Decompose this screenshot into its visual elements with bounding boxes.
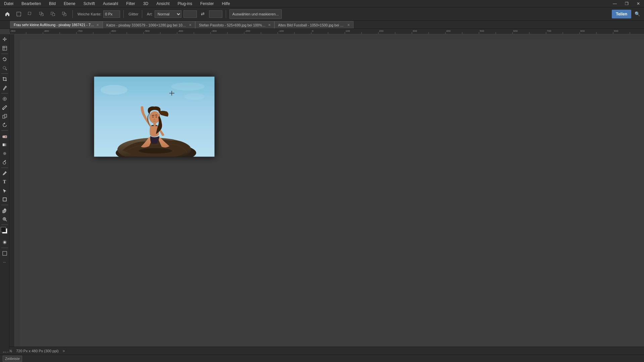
lasso-tool[interactable] [1,55,9,63]
eraser-tool[interactable] [1,132,9,140]
menu-auswahl[interactable]: Auswahl [102,1,119,7]
path-select-tool[interactable] [1,187,9,195]
svg-rect-92 [3,251,7,255]
svg-text:-700: -700 [77,29,83,33]
menu-hilfe[interactable]: Hilfe [221,1,231,7]
tool-sep-1 [1,54,8,54]
menu-filter[interactable]: Filter [125,1,137,7]
history-brush-tool[interactable] [1,121,9,129]
tab-0[interactable]: Frau sehr kleine Auflösung - pixabay 186… [10,21,103,28]
home-button[interactable] [3,9,12,19]
dodge-tool[interactable] [1,158,9,166]
gradient-tool[interactable] [1,141,9,149]
tab-1-close[interactable]: ✕ [189,23,192,27]
select-mask-button[interactable]: Auswählen und maskieren... [229,9,282,19]
canvas-area[interactable] [20,40,644,347]
svg-text:100: 100 [345,29,350,33]
add-selection-btn[interactable] [37,9,46,19]
svg-point-103 [139,148,172,154]
screen-mode-tool[interactable] [1,249,9,257]
blur-tool[interactable] [1,149,9,158]
eyedropper-tool[interactable] [1,84,9,92]
svg-text:600: 600 [513,29,518,33]
svg-rect-1 [28,12,31,15]
text-tool[interactable]: T [1,178,9,186]
svg-rect-0 [17,12,21,16]
svg-text:-400: -400 [178,29,183,33]
svg-rect-68 [9,34,15,347]
tab-2-close[interactable]: ✕ [268,23,271,27]
dimensions-text: 720 Px x 480 Px (300 ppi) [16,349,59,353]
color-swatches[interactable] [1,227,9,235]
art-label: Art: [147,12,153,16]
window-restore[interactable]: ❐ [624,1,630,7]
swap-btn[interactable]: ⇄ [199,10,207,18]
quick-selection-tool[interactable] [1,64,9,72]
tab-1[interactable]: Katze - pixabay 3336579 - 1066×1280.jpg … [103,21,195,28]
svg-point-101 [152,116,154,118]
menu-plugins[interactable]: Plug-ins [176,1,194,7]
clone-tool[interactable] [1,112,9,120]
menu-3d[interactable]: 3D [142,1,150,7]
shape-tool[interactable] [1,195,9,203]
tab-3-close[interactable]: ✕ [347,23,350,27]
width-field[interactable] [183,10,197,18]
menu-bild[interactable]: Bild [48,1,57,7]
svg-text:-900: -900 [10,29,16,33]
extra-tool[interactable]: ··· [1,258,9,266]
svg-text:-100: -100 [278,29,284,33]
arrow-icon[interactable]: > [63,349,65,353]
artboard-tool[interactable] [1,44,9,52]
svg-point-102 [156,116,157,118]
main-area: T ··· [0,29,644,362]
height-field[interactable] [209,10,222,18]
tabs-bar: Frau sehr kleine Auflösung - pixabay 186… [0,21,644,29]
soft-edge-input[interactable] [103,10,120,18]
svg-text:700: 700 [547,29,551,33]
menu-bar: Datei Bearbeiten Bild Ebene Schrift Ausw… [0,0,644,7]
tab-3[interactable]: Altes Bild Fussball - 1050×1500.jpg bei … [274,21,354,28]
svg-point-72 [3,66,6,69]
pen-tool[interactable] [1,169,9,177]
art-select[interactable]: Normal Fest Frei [155,10,181,18]
rect-marquee-btn[interactable] [14,9,23,19]
hand-tool[interactable] [1,206,9,215]
move-tool[interactable] [1,36,9,44]
separator-3 [142,10,142,18]
tab-0-label: Frau sehr kleine Auflösung - pixabay 186… [14,23,94,27]
tool-sep-8 [1,248,8,248]
menu-schrift[interactable]: Schrift [82,1,96,7]
window-close[interactable]: ✕ [635,1,641,7]
menu-datei[interactable]: Datei [3,1,15,7]
quick-mask-tool[interactable] [1,238,9,246]
menu-ebene[interactable]: Ebene [62,1,77,7]
svg-point-94 [101,85,127,95]
menu-ansicht[interactable]: Ansicht [155,1,171,7]
timeline-button[interactable]: Zeitleiste [3,356,22,362]
ruler-left [9,34,15,347]
separator-1 [72,10,73,18]
zoom-tool[interactable] [1,215,9,223]
subtract-selection-btn[interactable] [48,9,58,19]
share-button[interactable]: Teilen [612,10,631,18]
tool-sep-4 [1,130,8,131]
svg-point-83 [4,153,5,154]
heal-tool[interactable] [1,95,9,103]
crop-tool[interactable] [1,75,9,83]
menu-bearbeiten[interactable]: Bearbeiten [20,1,42,7]
svg-text:300: 300 [413,29,417,33]
menu-fenster[interactable]: Fenster [199,1,215,7]
separator-4 [226,10,226,18]
svg-point-96 [184,93,205,100]
search-button[interactable]: 🔍 [633,10,641,18]
svg-point-84 [3,162,6,164]
window-minimize[interactable]: — [611,1,618,7]
tab-2[interactable]: Stefan Passfoto - 525×699.jpg bei 100% (… [195,21,274,28]
intersect-selection-btn[interactable] [60,9,69,19]
soft-edge-label: Weiche Kante: [77,12,101,16]
svg-rect-80 [5,136,7,138]
tool-sep-6 [1,205,8,205]
brush-tool[interactable] [1,104,9,112]
new-selection-btn[interactable] [25,9,35,19]
tab-0-close[interactable]: ✕ [96,23,99,27]
